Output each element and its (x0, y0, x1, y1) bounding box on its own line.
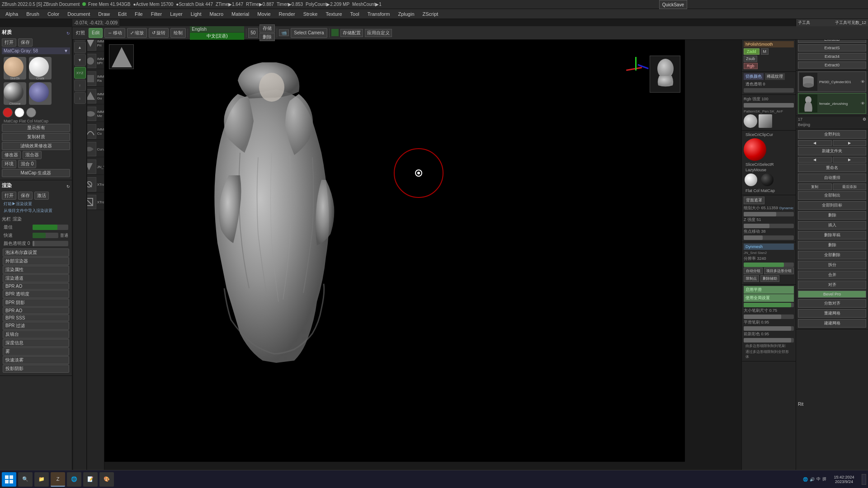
max-points-btn[interactable]: 限制点 (744, 275, 759, 282)
split-btn[interactable]: 拆分 (798, 261, 866, 269)
mat-ball-skin[interactable]: Skin5h (4, 57, 26, 80)
del-draft-btn[interactable]: 删除草稿 (798, 231, 866, 239)
resolution-slider[interactable] (744, 263, 794, 267)
mesh-female-eye-icon[interactable]: 👁 (861, 101, 865, 106)
extract4-btn[interactable]: Extract4 (798, 53, 866, 60)
scroll-up-btn[interactable]: ▲ (74, 42, 86, 53)
last-added-btn[interactable]: 最后添加 (833, 183, 867, 190)
black-ball[interactable] (761, 174, 774, 186)
menu-edit[interactable]: Edit (114, 10, 130, 18)
color-white[interactable] (14, 108, 24, 117)
show-desktop-btn[interactable] (862, 474, 866, 485)
menu-movie[interactable]: Movie (254, 10, 274, 18)
mat-ball-matcap[interactable] (29, 82, 52, 105)
del-btn2[interactable]: 删除 (798, 241, 866, 249)
menu-filter[interactable]: Filter (147, 10, 165, 18)
menu-document[interactable]: Document (64, 10, 94, 18)
menu-color[interactable]: Color (44, 10, 63, 18)
all-to-target-btn[interactable]: 全部到目标 (798, 201, 866, 210)
scale-btn[interactable]: ⤢ 缩放 (127, 28, 147, 38)
matcap-collapse-icon[interactable]: ▼ (64, 48, 68, 53)
first-pts-slider[interactable] (744, 338, 794, 343)
subsurface-btn[interactable]: 泡沫布尔森设置 (3, 249, 69, 257)
scroll-down-btn[interactable]: ▼ (74, 54, 86, 66)
menu-draw[interactable]: Draw (94, 10, 113, 18)
xTractor-item[interactable]: XTracto (87, 177, 104, 192)
bpr-shadow-btn[interactable]: BPR 阴影 (3, 299, 69, 307)
material-save-btn[interactable]: 保存 (18, 38, 33, 47)
material-open-btn[interactable]: 打开 (2, 38, 16, 47)
move-btn[interactable]: ↔ 移动 (104, 28, 125, 38)
extract-s-btn[interactable]: ExtractS (798, 44, 866, 52)
delete-btn[interactable]: 删除 (259, 33, 275, 41)
depth-info-btn[interactable]: 深度信息 (3, 339, 69, 347)
insert-btn[interactable]: 插入 (798, 221, 866, 230)
quick-save-button[interactable]: QuickSave (659, 0, 687, 9)
intensity-slider[interactable] (744, 88, 794, 93)
move-up-btn[interactable]: ↑ (74, 80, 86, 91)
new-folder-btn[interactable]: 新建文件夹 (798, 147, 866, 155)
taskbar-zbrush-btn[interactable]: Z (51, 472, 65, 487)
bpr-transparent-btn[interactable]: BPR 透明度 (3, 290, 69, 298)
auto-divide-btn[interactable]: 自动分组 (744, 267, 763, 274)
bpr-ao2-btn[interactable]: BPR AO (3, 307, 69, 314)
render-expand-icon[interactable]: ↻ (66, 184, 70, 189)
transparent-slider-track[interactable] (33, 241, 68, 246)
align-btn[interactable]: 对齐 (798, 281, 866, 289)
settings-icon[interactable]: ⚙ (863, 117, 866, 122)
imm-ra-item[interactable]: IMM Ra (87, 71, 104, 87)
fill-all-btn[interactable]: 全部制出 (798, 191, 866, 200)
del-all-btn[interactable]: 全部删除 (798, 251, 866, 259)
outer-renderer-btn[interactable]: 外部渲染器 (3, 257, 69, 265)
bpr-filter-btn[interactable]: BPR 过滤 (3, 322, 69, 330)
folder-left-btn[interactable]: ◀ (798, 157, 832, 163)
use-proj-slider[interactable] (744, 303, 794, 307)
xTractor2-item[interactable]: XTracto (87, 194, 104, 210)
menu-stroke[interactable]: Stroke (300, 10, 321, 18)
render-prop-btn[interactable]: 渲染属性 (3, 266, 69, 274)
taskbar-app4-btn[interactable]: 🎨 (99, 472, 114, 487)
large-brush-slider[interactable] (744, 314, 794, 319)
scatter-align-btn[interactable]: 分散对齐 (798, 299, 866, 308)
menu-light[interactable]: Light (187, 10, 205, 18)
mat-ball-chalk[interactable]: Chalk (29, 57, 52, 80)
bpr-sss-btn[interactable]: BPR SSS (3, 314, 69, 321)
menu-zscript[interactable]: ZScript (419, 10, 442, 18)
mesh-item-female[interactable]: female_zbrushing 👁 (798, 93, 866, 114)
modifiers-btn[interactable]: 修改器 (2, 151, 21, 159)
menu-texture[interactable]: Texture (322, 10, 345, 18)
video-btn[interactable]: 📹 (279, 29, 289, 36)
menu-render[interactable]: Render (275, 10, 299, 18)
hpolish-btn[interactable]: hPolishSmooth (744, 41, 794, 47)
imm-cu-item[interactable]: IMM Cu (87, 124, 104, 140)
render-pass-btn[interactable]: 渲染通道 (3, 274, 69, 282)
taskbar-app3-btn[interactable]: 📝 (83, 472, 98, 487)
speed-slider-track[interactable] (33, 233, 58, 238)
import-render-link[interactable]: 从项目文件中导入渲染设置 (2, 207, 70, 214)
refine-btn[interactable]: 稀疏纹理 (765, 73, 785, 80)
menu-zplugin[interactable]: Zplugin (394, 10, 418, 18)
brush-ball1[interactable] (744, 114, 757, 128)
color-picker-btn[interactable]: 切换颜色 (744, 73, 764, 80)
big-red-ball[interactable] (744, 138, 766, 161)
merge-btn[interactable]: 合并 (798, 271, 866, 279)
smooth-brush-slider[interactable] (744, 326, 794, 331)
menu-transform[interactable]: Transform (364, 10, 394, 18)
taskbar-file-btn[interactable]: 📁 (34, 472, 49, 487)
light-render-link[interactable]: 灯箱▶渲染设置 (2, 201, 70, 207)
extract0-btn[interactable]: Extract0 (798, 61, 866, 69)
select-camera-btn[interactable]: Select Camera (291, 28, 327, 38)
imm-vdk-item[interactable]: JN_Vdk (87, 159, 104, 175)
store-btn[interactable]: 存储 (259, 24, 275, 33)
rgb-int-slider[interactable] (744, 103, 794, 108)
render-open-btn[interactable]: 打开 (2, 192, 16, 200)
material-expand-icon[interactable]: ↻ (66, 31, 70, 36)
build-mesh-btn[interactable]: 建建网格 (798, 319, 866, 328)
menu-tool[interactable]: Tool (347, 10, 363, 18)
mat-ball-chrome[interactable]: Chrome MatCap (4, 82, 26, 105)
rename-btn[interactable]: 重命名 (798, 164, 866, 172)
dynmesh-btn[interactable]: Dynmesh (744, 244, 794, 250)
quality-slider-track[interactable] (33, 225, 68, 230)
arrow-left-btn[interactable]: ◀ (798, 140, 832, 146)
matcap-gen-btn[interactable]: MatCap 生成器 (2, 169, 70, 177)
